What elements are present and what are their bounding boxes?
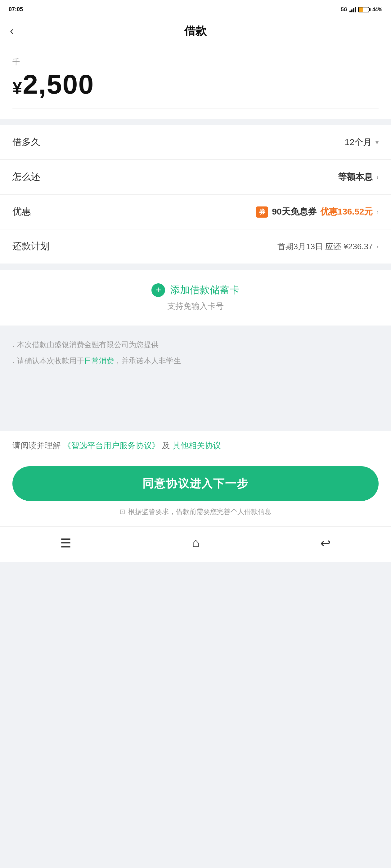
repay-plan-arrow-icon: › <box>376 243 379 250</box>
repay-method-arrow-icon: › <box>376 174 379 180</box>
cta-notice-icon: ⊡ <box>119 508 125 516</box>
battery-percent: 44% <box>372 6 382 12</box>
main-content: 千 ¥2,500 借多久 12个月 ▾ 怎么还 等额本息 › 优惠 <box>0 44 391 562</box>
amount-divider <box>12 108 379 109</box>
battery-icon <box>358 6 370 12</box>
network-label: 5G <box>341 6 347 12</box>
repay-method-label: 怎么还 <box>12 171 40 183</box>
content-spacer <box>0 381 391 431</box>
nav-home-icon[interactable]: ⌂ <box>192 536 199 550</box>
page-title: 借款 <box>184 24 207 38</box>
duration-value: 12个月 <box>345 137 372 148</box>
discount-arrow-icon: › <box>376 208 379 215</box>
coupon-name: 90天免息券 <box>272 206 316 217</box>
status-right: 5G 44% <box>341 6 382 12</box>
add-card-row: + 添加借款储蓄卡 <box>151 283 240 297</box>
notice-item-2: · 请确认本次收款用于日常消费，并承诺本人非学生 <box>12 355 379 368</box>
repay-plan-value: 首期3月13日 应还 ¥236.37 <box>277 241 373 252</box>
plus-circle-icon: + <box>151 283 165 297</box>
duration-arrow-icon: ▾ <box>375 139 379 146</box>
add-card-sublabel: 支持免输入卡号 <box>167 301 224 312</box>
amount-value: 2,500 <box>23 69 94 99</box>
nav-menu-icon[interactable]: ☰ <box>60 536 72 551</box>
add-card-section[interactable]: + 添加借款储蓄卡 支持免输入卡号 <box>0 270 391 326</box>
amount-unit-label: 千 <box>12 57 379 68</box>
notice-text-1: 本次借款由盛银消费金融有限公司为您提供 <box>17 339 159 350</box>
agreement-link-2[interactable]: 其他相关协议 <box>172 441 221 450</box>
notice-section: · 本次借款由盛银消费金融有限公司为您提供 · 请确认本次收款用于日常消费，并承… <box>0 332 391 381</box>
amount-display: ¥2,500 <box>12 69 379 100</box>
agreement-prefix: 请阅读并理解 <box>12 441 63 450</box>
agreement-link-1[interactable]: 《智选平台用户服务协议》 <box>63 441 160 450</box>
duration-row[interactable]: 借多久 12个月 ▾ <box>0 125 391 160</box>
nav-back-icon[interactable]: ↩ <box>320 536 331 551</box>
notice-text-2: 请确认本次收款用于日常消费，并承诺本人非学生 <box>17 355 181 366</box>
repay-plan-label: 还款计划 <box>12 241 50 252</box>
status-time: 07:05 <box>9 6 23 12</box>
discount-label: 优惠 <box>12 206 31 218</box>
notice-dot-1: · <box>12 340 15 351</box>
signal-icon <box>350 6 356 12</box>
duration-value-group: 12个月 ▾ <box>345 137 379 148</box>
repay-plan-row[interactable]: 还款计划 首期3月13日 应还 ¥236.37 › <box>0 229 391 264</box>
repay-method-value: 等额本息 <box>338 172 373 183</box>
repay-method-row[interactable]: 怎么还 等额本息 › <box>0 160 391 195</box>
coupon-badge: 券 <box>256 206 269 217</box>
cta-notice-text: 根据监管要求，借款前需要您完善个人借款信息 <box>128 507 272 517</box>
amount-section: 千 ¥2,500 <box>0 44 391 119</box>
bottom-nav: ☰ ⌂ ↩ <box>0 526 391 562</box>
currency-symbol: ¥ <box>12 78 23 97</box>
status-bar: 07:05 5G 44% <box>0 0 391 18</box>
repay-plan-value-group: 首期3月13日 应还 ¥236.37 › <box>277 241 379 252</box>
agreement-section: 请阅读并理解 《智选平台用户服务协议》 及 其他相关协议 <box>0 431 391 459</box>
back-button[interactable]: ‹ <box>10 25 13 37</box>
duration-label: 借多久 <box>12 136 40 148</box>
discount-row[interactable]: 优惠 券 90天免息券 优惠136.52元 › <box>0 195 391 229</box>
cta-notice: ⊡ 根据监管要求，借款前需要您完善个人借款信息 <box>12 507 379 523</box>
notice-dot-2: · <box>12 356 15 368</box>
notice-link[interactable]: 日常消费 <box>84 356 114 365</box>
header: ‹ 借款 <box>0 18 391 44</box>
cta-section: 同意协议进入下一步 ⊡ 根据监管要求，借款前需要您完善个人借款信息 <box>0 459 391 526</box>
agreement-middle: 及 <box>160 441 172 450</box>
cta-button[interactable]: 同意协议进入下一步 <box>12 466 379 501</box>
discount-value-group: 券 90天免息券 优惠136.52元 › <box>256 206 379 217</box>
options-section: 借多久 12个月 ▾ 怎么还 等额本息 › 优惠 券 90天免息券 优惠136.… <box>0 125 391 264</box>
add-card-label: 添加借款储蓄卡 <box>170 284 240 297</box>
notice-item-1: · 本次借款由盛银消费金融有限公司为您提供 <box>12 339 379 351</box>
repay-method-value-group: 等额本息 › <box>338 172 379 183</box>
coupon-discount: 优惠136.52元 <box>320 206 373 217</box>
agreement-text: 请阅读并理解 《智选平台用户服务协议》 及 其他相关协议 <box>12 440 379 453</box>
